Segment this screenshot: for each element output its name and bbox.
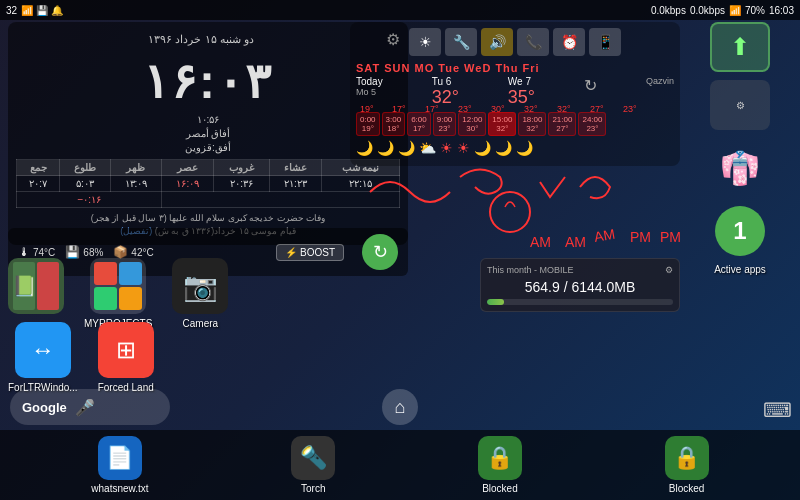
app-camera[interactable]: 📷 Camera bbox=[172, 258, 228, 329]
app-myprojects[interactable]: MYPROJECTS bbox=[84, 258, 152, 329]
qs-alarm[interactable]: ⏰ bbox=[553, 28, 585, 56]
prayer-col-1: جمع bbox=[17, 160, 60, 176]
qs-tablet[interactable]: 📱 bbox=[589, 28, 621, 56]
camera-label: Camera bbox=[183, 318, 219, 329]
quick-settings: ☀ 🔧 🔊 📞 ⏰ 📱 bbox=[356, 28, 674, 56]
app-forcedland[interactable]: ⊞ Forced Land bbox=[98, 322, 154, 393]
status-clock: 16:03 bbox=[769, 5, 794, 16]
app-book[interactable]: 📗 bbox=[8, 258, 64, 318]
dock-whatsnew-icon: 📄 bbox=[98, 436, 142, 480]
status-icons: 📶 💾 🔔 bbox=[21, 5, 63, 16]
data-header: This month - MOBILE ⚙ bbox=[487, 265, 673, 275]
google-logo: Google bbox=[22, 400, 67, 415]
active-apps-circle[interactable]: 1 bbox=[715, 206, 765, 256]
dock-whatsnew-label: whatsnew.txt bbox=[91, 483, 148, 494]
bottom-dock: 📄 whatsnew.txt 🔦 Torch 🔒 Blocked 🔒 Block… bbox=[0, 430, 800, 500]
data-title: This month - MOBILE bbox=[487, 265, 574, 275]
weather-hour-7: 21:0027° bbox=[548, 112, 576, 136]
dock-whatsnew[interactable]: 📄 whatsnew.txt bbox=[91, 436, 148, 494]
clock-time: ۱۶:۰۳ bbox=[16, 53, 400, 109]
weather-days-header: SAT SUN MO Tue WeD Thu Fri bbox=[356, 62, 674, 74]
signal-icon: 📶 bbox=[729, 5, 741, 16]
weather-hours: 0:0019°3:0018°6:0017°9:0023°12:0030°15:0… bbox=[356, 112, 674, 136]
data-bar-fill bbox=[487, 299, 504, 305]
storage-stat: 📦 42°C bbox=[113, 245, 153, 259]
ram-value: 68% bbox=[83, 247, 103, 258]
weather-hour-2: 6:0017° bbox=[407, 112, 431, 136]
prayer-time-4: ۲۰:۳۶ bbox=[214, 176, 270, 192]
folder-thumb-4 bbox=[119, 287, 142, 310]
person-icon: 👘 bbox=[720, 138, 760, 198]
weather-hour-0: 0:0019° bbox=[356, 112, 380, 136]
prayer-table: جمع طلوع ظهر عصر غروب عشاء نيمه شب ۲۰:۷ … bbox=[16, 159, 400, 208]
dock-torch[interactable]: 🔦 Torch bbox=[291, 436, 335, 494]
weather-current: Today Mo 5 Tu 6 32° We 7 35° ↻ Qazvin bbox=[356, 76, 674, 108]
upload-icon[interactable]: ⬆ bbox=[710, 22, 770, 72]
dock-torch-icon: 🔦 bbox=[291, 436, 335, 480]
qs-brightness[interactable]: ☀ bbox=[409, 28, 441, 56]
app-forltrwindows[interactable]: ↔ ForLTRWindo... bbox=[8, 322, 78, 393]
cpu-stat: 🌡 74°C bbox=[18, 245, 55, 259]
storage-icon: 📦 bbox=[113, 245, 128, 259]
weather-hour-5: 15:0032° bbox=[488, 112, 516, 136]
right-panel: ⬆ ⚙ 👘 1 Active apps bbox=[685, 22, 795, 275]
prayer-col-4: عصر bbox=[162, 160, 214, 176]
status-bar: 32 📶 💾 🔔 0.0kbps 0.0kbps 📶 70% 16:03 bbox=[0, 0, 800, 20]
prayer-col-3: ظهر bbox=[110, 160, 162, 176]
prayer-next: −۰:۱۶ bbox=[17, 192, 162, 208]
refresh-button[interactable]: ↻ bbox=[362, 234, 398, 270]
mic-icon[interactable]: 🎤 bbox=[75, 398, 95, 417]
qs-phone[interactable]: 📞 bbox=[517, 28, 549, 56]
apps-row-1: 📗 MYPROJECTS 📷 Camera bbox=[8, 258, 228, 329]
status-left: 32 📶 💾 🔔 bbox=[6, 5, 63, 16]
google-search-bar[interactable]: Google 🎤 bbox=[10, 389, 170, 425]
dock-blocked-1[interactable]: 🔒 Blocked bbox=[478, 436, 522, 494]
forltrwindows-icon: ↔ bbox=[15, 322, 71, 378]
prayer-col-5: غروب bbox=[214, 160, 270, 176]
folder-thumb-1 bbox=[94, 262, 117, 285]
status-right: 0.0kbps 0.0kbps 📶 70% 16:03 bbox=[651, 5, 794, 16]
data-amount: 564.9 / 6144.0MB bbox=[487, 279, 673, 295]
weather-hour-8: 24:0023° bbox=[578, 112, 606, 136]
folder-thumb-3 bbox=[94, 287, 117, 310]
weather-hour-4: 12:0030° bbox=[458, 112, 486, 136]
boost-icon: ⚡ bbox=[285, 247, 297, 258]
cpu-value: 74°C bbox=[33, 247, 55, 258]
myprojects-folder bbox=[90, 258, 146, 314]
apps-row-2: ↔ ForLTRWindo... ⊞ Forced Land bbox=[8, 322, 154, 393]
home-button[interactable]: ⌂ bbox=[382, 389, 418, 425]
data-widget: This month - MOBILE ⚙ 564.9 / 6144.0MB bbox=[480, 258, 680, 312]
weather-hour-3: 9:0023° bbox=[433, 112, 457, 136]
prayer-time-5: ۲۱:۲۳ bbox=[269, 176, 321, 192]
weather-mood-icons: 🌙🌙🌙⛅☀☀🌙🌙🌙 bbox=[356, 140, 674, 156]
battery-level: 70% bbox=[745, 5, 765, 16]
storage-value: 42°C bbox=[131, 247, 153, 258]
clock-widget: دو شنبه ۱۵ خرداد ۱۳۹۶ ⚙ ۱۶:۰۳ ۱۰:۵۶ أفاق… bbox=[8, 22, 408, 245]
network-up: 0.0kbps bbox=[690, 5, 725, 16]
date-display: دو شنبه ۱۵ خرداد ۱۳۹۶ bbox=[16, 33, 386, 46]
weather-hour-1: 3:0018° bbox=[382, 112, 406, 136]
weather-city: Qazvin bbox=[646, 76, 674, 108]
dock-blocked-1-label: Blocked bbox=[482, 483, 518, 494]
keyboard-button[interactable]: ⌨ bbox=[763, 398, 792, 422]
network-down: 0.0kbps bbox=[651, 5, 686, 16]
dock-torch-label: Torch bbox=[301, 483, 325, 494]
boost-button[interactable]: ⚡ BOOST bbox=[276, 244, 344, 261]
cpu-icon: 🌡 bbox=[18, 245, 30, 259]
prayer-time-0: ۲۰:۷ bbox=[17, 176, 60, 192]
qs-sound[interactable]: 🔊 bbox=[481, 28, 513, 56]
settings-widget[interactable]: ⚙ bbox=[710, 80, 770, 130]
weather-hour-6: 18:0032° bbox=[518, 112, 546, 136]
prayer-time-1: ۵:۰۳ bbox=[60, 176, 110, 192]
data-settings-icon[interactable]: ⚙ bbox=[665, 265, 673, 275]
dock-blocked-2-label: Blocked bbox=[669, 483, 705, 494]
qs-wrench[interactable]: 🔧 bbox=[445, 28, 477, 56]
gear-icon: ⚙ bbox=[736, 100, 745, 111]
forcedland-icon: ⊞ bbox=[98, 322, 154, 378]
dock-blocked-2-icon: 🔒 bbox=[665, 436, 709, 480]
weather-temp-tomorrow: Tu 6 32° bbox=[432, 76, 459, 108]
dock-blocked-2[interactable]: 🔒 Blocked bbox=[665, 436, 709, 494]
ram-stat: 💾 68% bbox=[65, 245, 103, 259]
prayer-time-6: ۲۲:۱۵ bbox=[322, 176, 400, 192]
weather-refresh[interactable]: ↻ bbox=[584, 76, 597, 108]
